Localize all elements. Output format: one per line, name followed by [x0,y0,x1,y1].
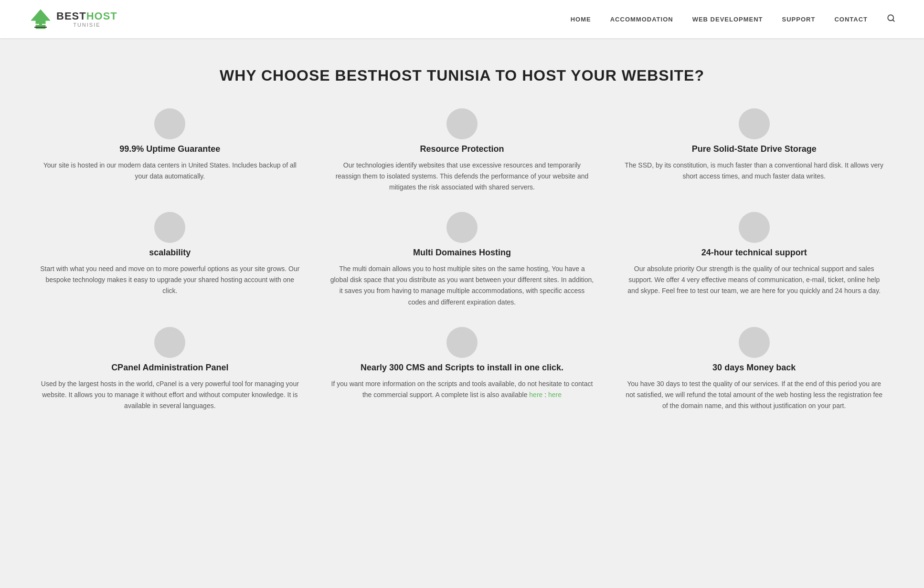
resource-icon [446,108,478,139]
search-button[interactable] [887,14,895,25]
scalability-icon [154,212,185,243]
feature-multi-domains: Multi Domaines Hosting The multi domain … [330,212,594,307]
feature-moneyback: 30 days Money back You have 30 days to t… [622,327,886,411]
cms-desc: If you want more information on the scri… [330,378,594,400]
multidomains-icon [446,212,478,243]
page-title: WHY CHOOSE BESTHOST TUNISIA TO HOST YOUR… [38,67,886,84]
uptime-title: 99.9% Uptime Guarantee [119,144,220,154]
logo-tunisie: TUNISIE [56,22,117,28]
feature-ssd: Pure Solid-State Drive Storage The SSD, … [622,108,886,193]
support-desc: Our absolute priority Our strength is th… [622,263,886,296]
logo-host: HOST [86,10,117,22]
cms-icon [446,327,478,358]
logo-icon [29,7,53,31]
search-icon [887,14,895,22]
cpanel-icon [154,327,185,358]
feature-resource-protection: Resource Protection Our technologies ide… [330,108,594,193]
uptime-desc: Your site is hosted in our modern data c… [38,160,302,182]
nav-web-development[interactable]: WEB DEVELOPMENT [692,16,763,23]
moneyback-desc: You have 30 days to test the quality of … [622,378,886,411]
nav-home[interactable]: HOME [571,16,591,23]
scalability-title: scalability [149,248,191,258]
cms-title: Nearly 300 CMS and Scripts to install in… [361,363,563,373]
ssd-desc: The SSD, by its constitution, is much fa… [622,160,886,182]
uptime-icon [154,108,185,139]
header: BEST HOST TUNISIE HOME ACCOMMODATION WEB… [0,0,924,38]
moneyback-icon [739,327,770,358]
feature-cms: Nearly 300 CMS and Scripts to install in… [330,327,594,411]
feature-support: 24-hour technical support Our absolute p… [622,212,886,307]
cms-link-here2[interactable]: here [548,391,562,399]
resource-title: Resource Protection [420,144,504,154]
multidomains-desc: The multi domain allows you to host mult… [330,263,594,307]
moneyback-title: 30 days Money back [712,363,796,373]
resource-desc: Our technologies identify websites that … [330,160,594,193]
support-title: 24-hour technical support [701,248,807,258]
main-content: WHY CHOOSE BESTHOST TUNISIA TO HOST YOUR… [0,38,924,588]
nav-contact[interactable]: CONTACT [834,16,868,23]
nav-support[interactable]: SUPPORT [782,16,816,23]
nav-accommodation[interactable]: ACCOMMODATION [610,16,673,23]
svg-line-5 [892,20,894,21]
multidomains-title: Multi Domaines Hosting [413,248,511,258]
ssd-title: Pure Solid-State Drive Storage [692,144,817,154]
logo: BEST HOST TUNISIE [29,7,117,31]
feature-scalability: scalability Start with what you need and… [38,212,302,307]
features-grid: 99.9% Uptime Guarantee Your site is host… [38,108,886,411]
main-nav: HOME ACCOMMODATION WEB DEVELOPMENT SUPPO… [571,14,895,25]
scalability-desc: Start with what you need and move on to … [38,263,302,296]
logo-text: BEST HOST TUNISIE [56,10,117,28]
ssd-icon [739,108,770,139]
svg-marker-0 [31,10,50,29]
cms-link-here1[interactable]: here [529,391,542,399]
support-icon [739,212,770,243]
feature-uptime: 99.9% Uptime Guarantee Your site is host… [38,108,302,193]
cpanel-desc: Used by the largest hosts in the world, … [38,378,302,411]
cpanel-title: CPanel Administration Panel [111,363,228,373]
feature-cpanel: CPanel Administration Panel Used by the … [38,327,302,411]
logo-best: BEST [56,10,86,22]
